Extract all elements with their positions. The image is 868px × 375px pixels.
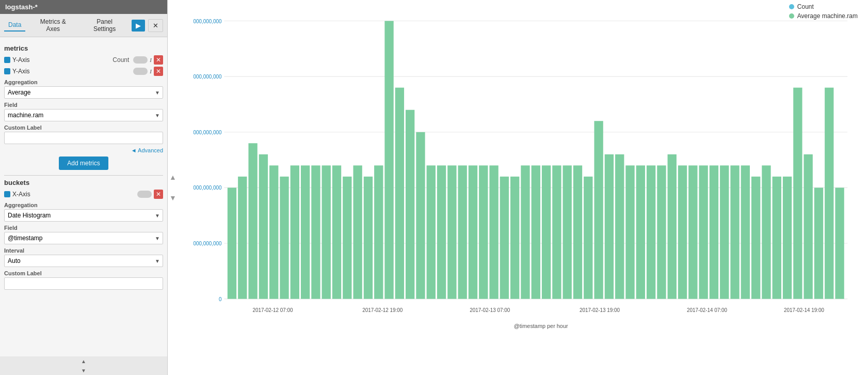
- y-axis-2-label: Y-Axis: [12, 68, 30, 75]
- y-axis-1-info[interactable]: I: [150, 57, 152, 63]
- bar[interactable]: [625, 165, 634, 299]
- svg-text:10,000,000,000: 10,000,000,000: [194, 185, 222, 191]
- bar[interactable]: [678, 165, 687, 299]
- bar[interactable]: [814, 187, 823, 299]
- bar[interactable]: [374, 165, 383, 299]
- bar[interactable]: [489, 165, 498, 299]
- bar[interactable]: [311, 165, 320, 299]
- bar[interactable]: [521, 165, 529, 299]
- aggregation-label: Aggregation: [4, 79, 163, 85]
- bar[interactable]: [751, 177, 760, 299]
- bar[interactable]: [532, 165, 540, 299]
- buckets-field-select[interactable]: @timestamp: [4, 232, 163, 244]
- bar[interactable]: [835, 187, 844, 299]
- bar[interactable]: [364, 177, 373, 299]
- bar[interactable]: [416, 132, 425, 299]
- bar[interactable]: [647, 165, 655, 299]
- svg-text:2017-02-14 07:00: 2017-02-14 07:00: [687, 307, 727, 313]
- aggregation-select[interactable]: Average Sum Min Max: [4, 86, 163, 99]
- buckets-custom-label-input[interactable]: [4, 277, 163, 290]
- bar[interactable]: [710, 165, 718, 299]
- sidebar-scroll-up[interactable]: ▲: [0, 356, 167, 366]
- bar[interactable]: [688, 165, 697, 299]
- bar[interactable]: [573, 165, 582, 299]
- bar[interactable]: [238, 177, 247, 299]
- bar[interactable]: [469, 165, 477, 299]
- bar[interactable]: [353, 165, 362, 299]
- advanced-link[interactable]: ◄ Advanced: [4, 147, 163, 153]
- bar[interactable]: [793, 88, 802, 299]
- bar[interactable]: [668, 154, 677, 299]
- bar[interactable]: [259, 154, 268, 299]
- bar[interactable]: [804, 154, 813, 299]
- bar[interactable]: [730, 165, 739, 299]
- x-axis-label: X-Axis: [12, 191, 30, 198]
- buckets-aggregation-select[interactable]: Date Histogram: [4, 209, 163, 222]
- bar[interactable]: [343, 177, 351, 299]
- bar[interactable]: [384, 21, 393, 299]
- bar[interactable]: [332, 165, 341, 299]
- bar[interactable]: [773, 177, 781, 299]
- legend-count-dot: [789, 4, 794, 9]
- bar[interactable]: [427, 165, 436, 299]
- bar[interactable]: [762, 165, 770, 299]
- x-axis-toggle[interactable]: [137, 191, 152, 198]
- bar[interactable]: [741, 165, 750, 299]
- bar[interactable]: [594, 121, 603, 299]
- bar[interactable]: [605, 154, 614, 299]
- play-button[interactable]: ▶: [132, 20, 145, 32]
- svg-text:25,000,000,000: 25,000,000,000: [194, 18, 222, 24]
- bar[interactable]: [447, 165, 456, 299]
- y-axis-2-info[interactable]: I: [150, 68, 152, 74]
- legend-item-avg-ram: Average machine.ram: [789, 12, 858, 20]
- bar[interactable]: [542, 165, 551, 299]
- bar[interactable]: [584, 177, 592, 299]
- interval-select[interactable]: Auto: [4, 255, 163, 267]
- bar[interactable]: [458, 165, 467, 299]
- y-axis-1-remove[interactable]: ✕: [154, 55, 163, 65]
- bar[interactable]: [406, 110, 414, 299]
- field-select-wrapper: machine.ram ▼: [4, 109, 163, 121]
- svg-text:2017-02-13 07:00: 2017-02-13 07:00: [470, 307, 510, 313]
- bar[interactable]: [322, 165, 331, 299]
- y-axis-1-count: Count: [112, 56, 129, 64]
- y-axis-2-remove[interactable]: ✕: [154, 67, 163, 76]
- add-metrics-button[interactable]: Add metrics: [59, 157, 108, 170]
- field-select[interactable]: machine.ram: [4, 109, 163, 121]
- bar[interactable]: [437, 165, 446, 299]
- bar[interactable]: [783, 177, 792, 299]
- bar[interactable]: [552, 165, 561, 299]
- section-divider: [4, 175, 163, 176]
- bar[interactable]: [615, 154, 624, 299]
- bar[interactable]: [301, 165, 310, 299]
- bar[interactable]: [657, 165, 666, 299]
- sidebar-tabs: Data Metrics & Axes Panel Settings ▶ ✕: [0, 14, 167, 37]
- bar[interactable]: [228, 187, 236, 299]
- y-axis-2-toggle[interactable]: [133, 68, 148, 75]
- bar[interactable]: [563, 165, 572, 299]
- bar[interactable]: [720, 165, 729, 299]
- bar[interactable]: [479, 165, 488, 299]
- bar[interactable]: [699, 165, 708, 299]
- bar[interactable]: [510, 177, 519, 299]
- buckets-field-label: Field: [4, 225, 163, 231]
- tab-panel-settings[interactable]: Panel Settings: [81, 16, 128, 35]
- x-axis-remove[interactable]: ✕: [154, 190, 163, 199]
- bar[interactable]: [395, 88, 404, 299]
- y-axis-1-toggle[interactable]: [133, 56, 148, 64]
- bar[interactable]: [825, 88, 833, 299]
- svg-text:2017-02-12 07:00: 2017-02-12 07:00: [252, 307, 293, 313]
- bar[interactable]: [269, 165, 278, 299]
- tab-metrics-axes[interactable]: Metrics & Axes: [28, 16, 77, 35]
- tab-data[interactable]: Data: [4, 19, 25, 32]
- bar[interactable]: [500, 177, 509, 299]
- bar[interactable]: [291, 165, 299, 299]
- bar[interactable]: [248, 143, 257, 299]
- legend-avg-ram-label: Average machine.ram: [797, 12, 858, 20]
- sidebar-scroll-down[interactable]: ▼: [0, 366, 167, 375]
- bar[interactable]: [280, 177, 288, 299]
- close-button[interactable]: ✕: [148, 19, 163, 32]
- bar[interactable]: [636, 165, 645, 299]
- buckets-field-select-wrapper: @timestamp ▼: [4, 232, 163, 244]
- custom-label-input[interactable]: [4, 132, 163, 144]
